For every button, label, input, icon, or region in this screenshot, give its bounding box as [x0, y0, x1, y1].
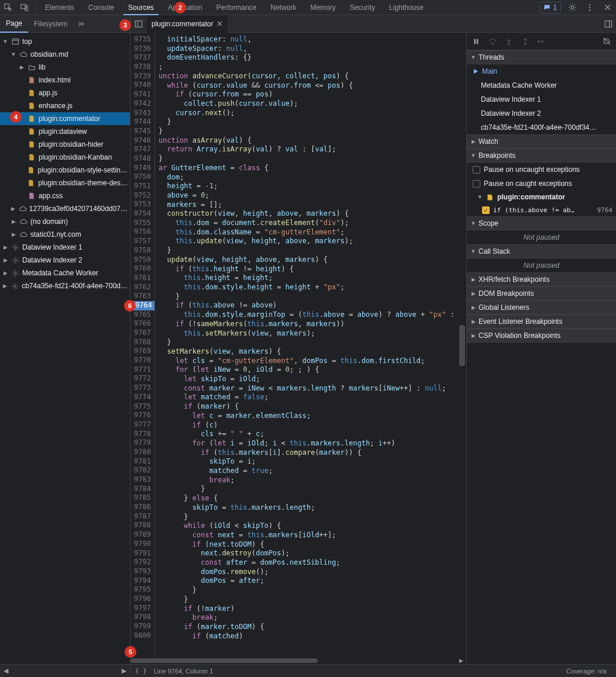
scroll-right-icon[interactable]: ▶	[122, 667, 126, 675]
breakpoint-file[interactable]: ▼ plugin:commentator	[467, 191, 616, 203]
tree-item[interactable]: ▶cb74a35e-fd21-400f-a4ee-700d…	[0, 279, 130, 292]
messages-chip[interactable]: 1	[539, 2, 561, 13]
kebab-menu-icon[interactable]	[581, 0, 598, 15]
panel-tab-memory[interactable]: Memory	[304, 0, 343, 15]
debugger-section-header[interactable]: ▶Global Listeners	[467, 300, 616, 315]
navigator-tab-page[interactable]: Page	[0, 15, 28, 33]
scroll-thumb[interactable]	[130, 658, 318, 663]
open-file-tab[interactable]: plugin:commentator	[147, 15, 228, 33]
tree-item[interactable]: index.html	[0, 74, 130, 87]
line-gutter[interactable]: 9735973697379738973997409741974297439744…	[130, 33, 155, 664]
panel-tab-elements[interactable]: Elements	[38, 0, 81, 15]
tree-item[interactable]: plugin:obsidian-theme-des…	[0, 177, 130, 189]
thread-item[interactable]: Dataview Indexer 1	[467, 92, 616, 106]
toggle-navigator-icon[interactable]	[130, 16, 147, 32]
thread-label: Main	[482, 67, 497, 75]
debugger-section-header[interactable]: ▶Event Listener Breakpoints	[467, 315, 616, 329]
pause-resume-icon[interactable]	[468, 34, 484, 49]
tree-item[interactable]: plugin:obsidian-style-settin…	[0, 164, 130, 177]
svg-point-19	[538, 40, 539, 42]
checkbox[interactable]	[473, 166, 480, 174]
devtools-toolbar: ElementsConsoleSourcesApplicationPerform…	[0, 0, 616, 15]
tree-item[interactable]: plugin:dataview	[0, 125, 130, 138]
tree-item[interactable]: ▶static01.nyt.com	[0, 228, 130, 241]
js-icon	[27, 141, 36, 148]
debugger-section-header[interactable]: ▶CSP Violation Breakpoints	[467, 329, 616, 343]
breakpoint-line[interactable]: ✓ if (this.above != ab… 9764	[467, 203, 616, 216]
deactivate-breakpoints-icon[interactable]	[598, 34, 615, 49]
checkbox[interactable]: ✓	[482, 206, 490, 214]
tree-item[interactable]: ▶Metadata Cache Worker	[0, 267, 130, 279]
callstack-header[interactable]: ▼Call Stack	[467, 244, 616, 258]
panel-tab-network[interactable]: Network	[264, 0, 304, 15]
panel-tab-lighthouse[interactable]: Lighthouse	[382, 0, 431, 15]
cloud-icon	[19, 230, 28, 239]
close-devtools-icon[interactable]	[598, 0, 616, 15]
code-area[interactable]: initialSpacer: null, updateSpacer: null,…	[155, 33, 458, 664]
thread-item[interactable]: Metadata Cache Worker	[467, 78, 616, 92]
scroll-thumb[interactable]	[459, 325, 465, 366]
inspect-element-icon[interactable]	[0, 0, 16, 15]
horizontal-scrollbar[interactable]: ▶	[130, 657, 457, 664]
tree-item-label: cb74a35e-fd21-400f-a4ee-700d…	[22, 282, 128, 290]
threads-header[interactable]: ▼Threads	[467, 50, 616, 64]
thread-active[interactable]: Main	[467, 64, 616, 78]
breakpoint-code: if (this.above != ab…	[493, 206, 574, 214]
scope-header[interactable]: ▼Scope	[467, 216, 616, 230]
close-tab-icon[interactable]	[216, 20, 223, 27]
tree-item-label: plugin:obsidian-Kanban	[39, 153, 112, 161]
debugger-section-header[interactable]: ▶DOM Breakpoints	[467, 286, 616, 300]
step-icon[interactable]	[534, 34, 550, 49]
tree-item-label: Dataview Indexer 1	[22, 243, 82, 251]
step-into-icon[interactable]	[501, 34, 517, 49]
tree-item[interactable]: app.js	[0, 87, 130, 99]
tree-item-label: (no domain)	[30, 217, 68, 226]
navigator-more-icon[interactable]	[73, 20, 88, 28]
svg-point-5	[589, 6, 590, 8]
tree-item[interactable]: plugin:obsidian-hider	[0, 138, 130, 151]
vertical-scrollbar[interactable]	[458, 33, 466, 664]
debugger-section-header[interactable]: ▶XHR/fetch Breakpoints	[467, 272, 616, 286]
tree-item[interactable]: ▶(no domain)	[0, 215, 130, 228]
step-over-icon[interactable]	[484, 34, 501, 49]
toggle-debugger-pane-icon[interactable]	[601, 16, 616, 32]
tree-item[interactable]: ▶Dataview Indexer 1	[0, 241, 130, 254]
device-toggle-icon[interactable]	[16, 0, 33, 15]
scroll-left-icon[interactable]: ◀	[4, 667, 8, 675]
debugger-toolbar	[467, 33, 616, 50]
tree-item-label: Metadata Cache Worker	[22, 269, 98, 277]
js-icon	[27, 115, 36, 122]
tree-item[interactable]: plugin:obsidian-Kanban	[0, 151, 130, 164]
tree-item[interactable]: ▶lib	[0, 61, 130, 74]
thread-item[interactable]: cb74a35e-fd21-400f-a4ee-700df34…	[467, 120, 616, 134]
navigator-tab-filesystem[interactable]: Filesystem	[28, 15, 73, 33]
watch-header[interactable]: ▶Watch	[467, 134, 616, 148]
scope-not-paused: Not paused	[467, 230, 616, 244]
panel-tab-performance[interactable]: Performance	[209, 0, 264, 15]
sources-subbar: PageFilesystem plugin:commentator	[0, 15, 616, 33]
tree-item[interactable]: ▶12739ca3ef0d42071460dd07…	[0, 202, 130, 215]
tree-item[interactable]: ▼top	[0, 35, 130, 48]
svg-point-17	[508, 43, 510, 44]
pretty-print-icon[interactable]: { }	[135, 667, 147, 675]
tree-item[interactable]: enhance.js	[0, 99, 130, 112]
panel-tab-sources[interactable]: Sources	[121, 0, 161, 15]
panel-tab-security[interactable]: Security	[343, 0, 382, 15]
svg-point-11	[14, 259, 16, 261]
scroll-right-arrow[interactable]: ▶	[457, 657, 465, 664]
pause-uncaught-row[interactable]: Pause on uncaught exceptions	[467, 163, 616, 177]
tree-item-label: app.js	[39, 89, 57, 97]
tree-item-label: static01.nyt.com	[30, 230, 81, 239]
step-out-icon[interactable]	[517, 34, 534, 49]
js-icon	[27, 102, 36, 109]
settings-icon[interactable]	[563, 0, 581, 15]
tree-item[interactable]: app.css	[0, 189, 130, 202]
checkbox[interactable]	[473, 180, 480, 188]
win-icon	[11, 38, 20, 46]
breakpoints-header[interactable]: ▼Breakpoints	[467, 148, 616, 163]
tree-item[interactable]: ▼obsidian.md	[0, 48, 130, 61]
pause-caught-row[interactable]: Pause on caught exceptions	[467, 177, 616, 191]
panel-tab-console[interactable]: Console	[81, 0, 121, 15]
tree-item[interactable]: ▶Dataview Indexer 2	[0, 254, 130, 267]
thread-item[interactable]: Dataview Indexer 2	[467, 106, 616, 120]
